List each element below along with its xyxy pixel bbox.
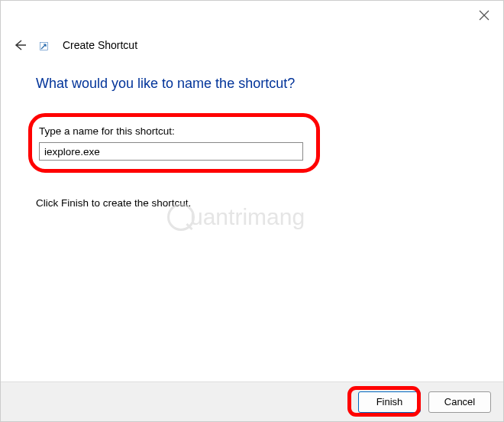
window-title: Create Shortcut xyxy=(63,39,137,51)
wizard-content: What would you like to name the shortcut… xyxy=(1,53,503,209)
shortcut-name-label: Type a name for this shortcut: xyxy=(39,125,309,137)
instruction-text: Click Finish to create the shortcut. xyxy=(36,197,503,209)
finish-button[interactable]: Finish xyxy=(358,391,421,413)
back-button[interactable] xyxy=(12,37,27,53)
back-arrow-icon xyxy=(13,38,27,52)
wizard-header: Create Shortcut xyxy=(1,1,503,53)
shortcut-icon xyxy=(38,41,49,52)
close-icon xyxy=(479,10,489,21)
shortcut-name-section: Type a name for this shortcut: xyxy=(36,116,320,173)
cancel-button[interactable]: Cancel xyxy=(428,391,491,413)
close-button[interactable] xyxy=(477,8,491,22)
shortcut-name-input[interactable] xyxy=(39,142,303,161)
wizard-footer: Finish Cancel xyxy=(1,381,503,421)
page-heading: What would you like to name the shortcut… xyxy=(36,76,503,92)
